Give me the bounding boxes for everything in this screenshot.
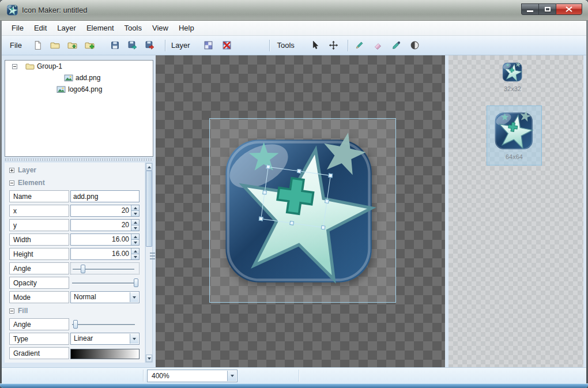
eyedropper-tool-button[interactable] [390,39,404,52]
zoom-select[interactable]: 400% [147,370,238,382]
slider-thumb[interactable] [81,265,85,273]
menu-element[interactable]: Element [81,21,119,35]
close-button[interactable] [556,3,582,15]
toolbar-layer-label: Layer [171,41,190,50]
prop-row-y: y 20 [9,218,140,232]
x-stepper[interactable]: 20 [70,205,140,217]
preview-panel[interactable]: 32x32 64x64 [448,55,583,367]
prop-row-angle: Angle [9,261,140,276]
eyedropper-icon [391,40,401,50]
preview-64-thumbnail[interactable] [493,110,536,152]
gradient-editor[interactable] [70,349,140,359]
y-value: 20 [122,220,129,231]
props-scrollbar[interactable] [145,163,153,363]
chevron-down-icon[interactable] [130,334,138,344]
window-controls [521,3,582,15]
folder-up-button[interactable] [66,39,80,52]
resize-handle-e[interactable] [325,199,329,204]
scroll-down-icon[interactable] [146,355,152,362]
width-stepper[interactable]: 16.00 [70,233,140,246]
tree-props-splitter[interactable] [5,158,153,161]
opacity-slider[interactable] [70,277,140,289]
y-stepper[interactable]: 20 [70,219,140,231]
main-area: Group-1 add.png logo64 [2,55,586,367]
resize-handle-nw[interactable] [266,164,270,169]
image-icon [64,74,73,82]
toolbar-separator [165,40,165,51]
menu-layer[interactable]: Layer [52,21,81,35]
expand-icon[interactable] [9,168,14,173]
preview-32-thumbnail[interactable] [502,61,523,83]
menu-file[interactable]: File [6,21,29,35]
resize-handle-s[interactable] [289,221,294,225]
contrast-tool-button[interactable] [408,39,422,52]
save-export-red-button[interactable] [143,39,157,52]
eraser-tool-button[interactable] [371,39,385,52]
resize-handle-ne[interactable] [328,174,333,178]
prop-label: Type [9,333,69,345]
panel-splitter-grip[interactable] [150,253,155,260]
tree-item-logo64-png[interactable]: logo64.png [5,84,153,95]
menu-tools[interactable]: Tools [119,21,147,35]
menu-help[interactable]: Help [174,21,199,35]
preview-64-label: 64x64 [481,153,548,160]
collapse-icon[interactable] [12,64,17,69]
title-bar[interactable]: Icon Maker: untitled [0,0,588,21]
open-folder-button[interactable] [48,39,62,52]
prop-label: Height [9,248,69,260]
chevron-down-icon[interactable] [130,292,138,302]
scroll-up-icon[interactable] [146,163,152,171]
fill-type-select[interactable]: Linear [70,333,140,345]
toolbar-separator [348,40,348,51]
collapse-icon[interactable] [9,180,14,186]
folder-add-button[interactable] [83,39,97,52]
tree-item-group[interactable]: Group-1 [5,61,153,72]
save-button[interactable] [108,39,122,52]
window-title: Icon Maker: untitled [22,6,87,14]
chevron-down-icon[interactable] [227,371,236,381]
name-input[interactable] [70,190,140,202]
select-tool-button[interactable] [308,39,322,52]
pencil-tool-button[interactable] [353,39,367,52]
height-stepper[interactable]: 16.00 [70,248,140,260]
element-selection-rect[interactable] [261,167,331,228]
collapse-icon[interactable] [9,308,14,314]
slider-thumb[interactable] [73,320,78,329]
slider-track [72,324,135,325]
menu-view[interactable]: View [147,21,174,35]
slider-thumb[interactable] [134,278,138,287]
maximize-button[interactable] [538,3,556,15]
fill-angle-slider[interactable] [70,318,140,330]
resize-handle-se[interactable] [321,225,326,230]
save-export-button[interactable] [126,39,140,52]
fill-type-value: Linear [71,333,139,344]
spinner-arrows[interactable] [131,234,139,245]
menu-bar: File Edit Layer Element Tools View Help [2,21,586,36]
layer-tree[interactable]: Group-1 add.png logo64 [5,60,153,157]
scrollbar-thumb[interactable] [146,171,152,247]
minimize-button[interactable] [521,3,538,15]
canvas[interactable] [156,55,445,367]
prop-label: Opacity [9,277,69,289]
minimize-icon [527,10,533,12]
tree-item-add-png[interactable]: add.png [5,72,153,84]
spinner-arrows[interactable] [131,220,139,231]
new-file-button[interactable] [31,39,45,52]
resize-handle-sw[interactable] [259,217,263,221]
zoom-value: 400% [148,370,237,382]
mode-select[interactable]: Normal [70,291,140,303]
properties-panel: Layer Element Name x 20 [5,163,145,363]
move-tool-button[interactable] [327,39,341,52]
angle-slider[interactable] [70,262,140,274]
delete-layer-button[interactable] [220,39,233,52]
app-logo-icon [6,4,18,16]
spinner-arrows[interactable] [131,248,139,259]
resize-handle-w[interactable] [262,190,267,195]
menu-edit[interactable]: Edit [29,21,52,35]
spinner-arrows[interactable] [131,205,139,216]
status-bar: 400% [2,367,586,383]
preview-32-label: 32x32 [489,85,536,92]
resize-handle-n[interactable] [297,169,301,174]
prop-label: Gradient [9,347,69,359]
add-layer-button[interactable] [201,39,215,52]
